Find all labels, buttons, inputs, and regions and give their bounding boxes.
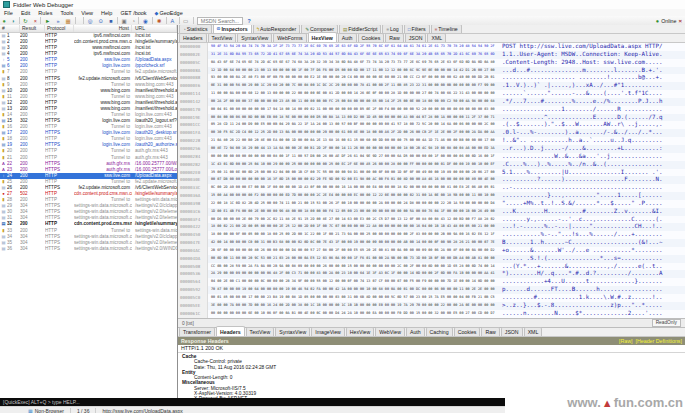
- tab-fiddlerscript[interactable]: ▤FiddlerScript: [339, 25, 381, 33]
- response-tab-auth[interactable]: Auth: [406, 327, 425, 336]
- response-tab-syntaxview[interactable]: SyntaxView: [275, 327, 310, 336]
- request-tab-xml[interactable]: XML: [427, 33, 446, 42]
- response-tab-transformer[interactable]: Transformer: [179, 327, 215, 336]
- textwizard-button[interactable]: A: [168, 17, 178, 25]
- hex-row[interactable]: 000000E60E 31 00 00 56 00 29 00 1C 29 60…: [178, 82, 685, 90]
- response-tab-textview[interactable]: TextView: [246, 327, 275, 336]
- tab-inspectors[interactable]: ⊙Inspectors: [213, 25, 252, 33]
- hex-row[interactable]: 000005EE3E 00 00 7A 00 00 7D 00 00 16 24…: [178, 302, 685, 310]
- response-tab-xml[interactable]: XML: [524, 327, 543, 336]
- request-tab-cookies[interactable]: Cookies: [358, 33, 385, 42]
- menu-item-view[interactable]: View: [77, 10, 97, 16]
- hex-row[interactable]: 0000008A12 1D 00 64 00 00 00 23 00 13 00…: [178, 67, 685, 75]
- response-tab-imageview[interactable]: ImageView: [311, 327, 345, 336]
- browse-button[interactable]: ◉: [140, 17, 151, 25]
- column-header-num[interactable]: #: [0, 25, 20, 32]
- tab-timeline[interactable]: ≡Timeline: [431, 25, 462, 33]
- hex-row[interactable]: 000000B893 00 00 00 0A 2E 80 F3 00 0F 0B…: [178, 74, 685, 82]
- hex-row[interactable]: 0000011411 00 00 0A 00 00 60 12 00 13 00…: [178, 90, 685, 98]
- tab-log[interactable]: ≡Log: [382, 25, 402, 33]
- request-tab-syntaxview[interactable]: SyntaxView: [237, 33, 272, 42]
- response-tab-webview[interactable]: WebView: [375, 327, 405, 336]
- request-tab-textview[interactable]: TextView: [208, 33, 237, 42]
- hex-row[interactable]: 0000056404 00 2E 00 C1 00 00 00 0C 00 00…: [178, 278, 685, 286]
- quickexec-input[interactable]: [QuickExec] ALT+Q > type HELP...: [0, 398, 513, 406]
- hex-row[interactable]: 0000030E00 07 DB 00 00 00 00 00 00 16 3F…: [178, 176, 685, 184]
- readonly-button[interactable]: ReadOnly: [652, 319, 681, 327]
- hex-row[interactable]: 0000042218 00 02 21 00 2D 00 05 00 00 00…: [178, 223, 685, 231]
- response-tab-hexview[interactable]: HexView: [346, 327, 374, 336]
- menu-item-geoedge[interactable]: ◆GeoEdge: [151, 10, 187, 16]
- column-header-protocol[interactable]: Protocol: [45, 25, 74, 32]
- hex-row[interactable]: 0000036A15 00 A4 00 00 00 00 F2 00 00 00…: [178, 192, 685, 200]
- hex-row[interactable]: 0000019E00 08 00 00 06 00 BD 00 0B EB 00…: [178, 114, 685, 122]
- response-tab-caching[interactable]: Caching: [426, 327, 453, 336]
- any-process-button[interactable]: ◎: [85, 17, 96, 25]
- tab-statistics[interactable]: ◔Statistics: [179, 25, 212, 33]
- hex-row[interactable]: 000004AC2B 6F 00 00 00 00 00 80 26 00 00…: [178, 247, 685, 255]
- hex-row[interactable]: 0000047E42 00 14 00 00 00 C0 00 31 00 B3…: [178, 239, 685, 247]
- menu-item-get-book[interactable]: GET /book: [116, 10, 150, 16]
- go-button[interactable]: ►: [42, 17, 53, 25]
- remove-button[interactable]: ×: [31, 17, 39, 25]
- tab-filters[interactable]: □Filters: [404, 25, 430, 33]
- help-button[interactable]: ?: [245, 17, 253, 25]
- hex-row[interactable]: 0000061C00 00 00 00 00 00 6E 00 10 06 0F…: [178, 310, 685, 318]
- session-row[interactable]: ▤36304HTTPSsettings-win.data.microsoft.c…: [0, 246, 177, 252]
- hex-row[interactable]: 000001CC05 28 CD 11 24 00 D9 00 E5 00 0B…: [178, 121, 685, 129]
- column-header-host[interactable]: Host: [74, 25, 132, 32]
- tearoff-button[interactable]: ▭: [181, 17, 192, 25]
- menu-item-tools[interactable]: Tools: [56, 10, 77, 16]
- find-button[interactable]: ⊙: [96, 17, 107, 25]
- menu-item-file[interactable]: File: [0, 10, 17, 16]
- clock-button[interactable]: ◔: [129, 17, 137, 25]
- tab-autoresponder[interactable]: ϟAutoResponder: [253, 25, 301, 33]
- request-tab-webforms[interactable]: WebForms: [273, 33, 306, 42]
- menu-item-help[interactable]: Help: [97, 10, 116, 16]
- snapshot-button[interactable]: ▣: [119, 17, 129, 25]
- hex-row[interactable]: 000005362A 29 00 00 09 00 00 00 00 06 48…: [178, 270, 685, 278]
- hex-row[interactable]: 0000005C0A 43 6F 6E 74 65 6E 74 2D 4C 65…: [178, 59, 685, 67]
- keep-all-sessions-button[interactable]: [77, 17, 82, 25]
- hex-row[interactable]: 000003F400 D6 00 00 00 2E 00 79 00 2C 02…: [178, 216, 685, 224]
- header-definitions-link[interactable]: [Header Definitions]: [635, 338, 682, 344]
- response-tab-cookies[interactable]: Cookies: [454, 327, 481, 336]
- response-tab-json[interactable]: JSON: [501, 327, 523, 336]
- hex-row[interactable]: 0000002E31 2E 31 0D 0A 55 73 65 72 2D 41…: [178, 51, 685, 59]
- request-tab-raw[interactable]: Raw: [385, 33, 403, 42]
- hex-row[interactable]: 000003C61D 00 E1 4B F6 00 00 2E 00 00 00…: [178, 208, 685, 216]
- request-tab-auth[interactable]: Auth: [338, 33, 357, 42]
- hex-row[interactable]: 0000000050 4F 53 54 20 68 74 74 70 3A 2F…: [178, 43, 685, 51]
- request-tab-headers[interactable]: Headers: [179, 33, 207, 42]
- menu-item-edit[interactable]: Edit: [17, 10, 34, 16]
- hex-row[interactable]: 00000508CC 0B 00 28 59 00 2A FA 0A 00 2B…: [178, 263, 685, 271]
- hex-row[interactable]: 000002E035 00 31 00 0E 00 0D 25 00 00 82…: [178, 169, 685, 177]
- hex-row[interactable]: 000005C000 01 85 00 00 00 17 00 00 23 B8…: [178, 294, 685, 302]
- toolbar-close-icon[interactable]: ×: [678, 18, 682, 24]
- hex-row[interactable]: 0000022821 0A 80 26 22 00 B0 20 8E 00 EA…: [178, 137, 685, 145]
- save-button[interactable]: ■: [107, 17, 116, 25]
- menu-item-rules[interactable]: Rules: [34, 10, 56, 16]
- column-header-result[interactable]: Result: [20, 25, 45, 32]
- response-tab-headers[interactable]: Headers: [216, 326, 244, 336]
- request-tab-json[interactable]: JSON: [405, 33, 427, 42]
- capture-mode-label[interactable]: Non-Browser: [35, 408, 64, 413]
- hex-row[interactable]: 0000059270 87 00 00 00 19 00 64 00 00 00…: [178, 286, 685, 294]
- response-tab-raw[interactable]: Raw: [481, 327, 499, 336]
- hex-row[interactable]: 000001FA00 30 F5 6C 2D C4 00 12 25 2D 00…: [178, 129, 685, 137]
- online-indicator[interactable]: ●Online×: [656, 17, 685, 25]
- hex-row[interactable]: 000004DA00 0D 00 11 00 00 20 9C 53 00 21…: [178, 255, 685, 263]
- hex-row[interactable]: 0000045018 00 00 00 9F 00 05 00 00 18 00…: [178, 231, 685, 239]
- decode-button[interactable]: ▦: [63, 17, 74, 25]
- replay-button[interactable]: ↻: [21, 17, 32, 25]
- stream-button[interactable]: »: [54, 17, 63, 25]
- hex-row[interactable]: 000002B21C 43 01 0D 00 00 25 04 10 00 29…: [178, 161, 685, 169]
- column-header-url[interactable]: URL: [132, 25, 177, 32]
- hex-row[interactable]: 0000014200 2A 2F 00 00 00 37 00 00 00 00…: [178, 98, 685, 106]
- clear-cache-button[interactable]: ✱: [154, 17, 165, 25]
- request-tab-hexview[interactable]: HexView: [308, 32, 337, 42]
- hex-row[interactable]: 0000017000 04 01 00 00 00 00 00 00 17 94…: [178, 106, 685, 114]
- raw-link[interactable]: [Raw]: [619, 338, 633, 344]
- hex-row[interactable]: 0000025600 8E 72 94 00 16 29 00 44 13 1A…: [178, 145, 685, 153]
- winconfig-button[interactable]: ●: [0, 17, 9, 25]
